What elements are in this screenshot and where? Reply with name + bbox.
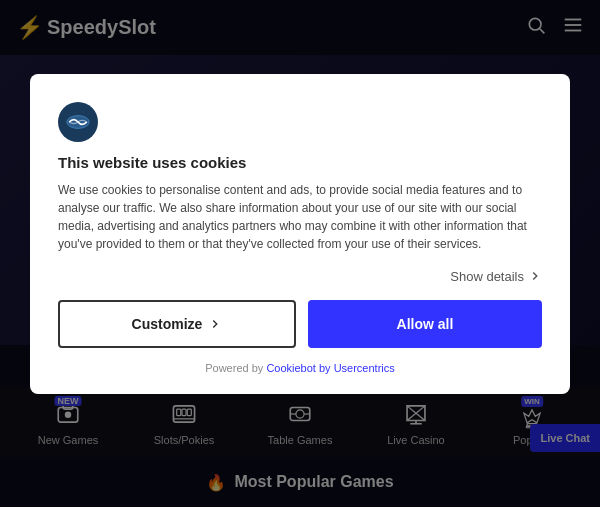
cookiebot-logo-icon bbox=[58, 102, 98, 142]
cookie-modal-overlay: This website uses cookies We use cookies… bbox=[0, 0, 600, 507]
cookiebot-link[interactable]: Cookiebot by Usercentrics bbox=[266, 362, 394, 374]
show-details-link[interactable]: Show details bbox=[450, 269, 542, 284]
customize-button[interactable]: Customize bbox=[58, 300, 296, 348]
cookie-show-details-row: Show details bbox=[58, 269, 542, 284]
cookie-buttons-row: Customize Allow all bbox=[58, 300, 542, 348]
cookie-modal-title: This website uses cookies bbox=[58, 154, 542, 171]
cookie-modal: This website uses cookies We use cookies… bbox=[30, 74, 570, 394]
allow-all-button[interactable]: Allow all bbox=[308, 300, 542, 348]
cookie-footer: Powered by Cookiebot by Usercentrics bbox=[58, 362, 542, 374]
cookie-modal-body: We use cookies to personalise content an… bbox=[58, 181, 542, 253]
cookiebot-logo bbox=[58, 102, 542, 142]
